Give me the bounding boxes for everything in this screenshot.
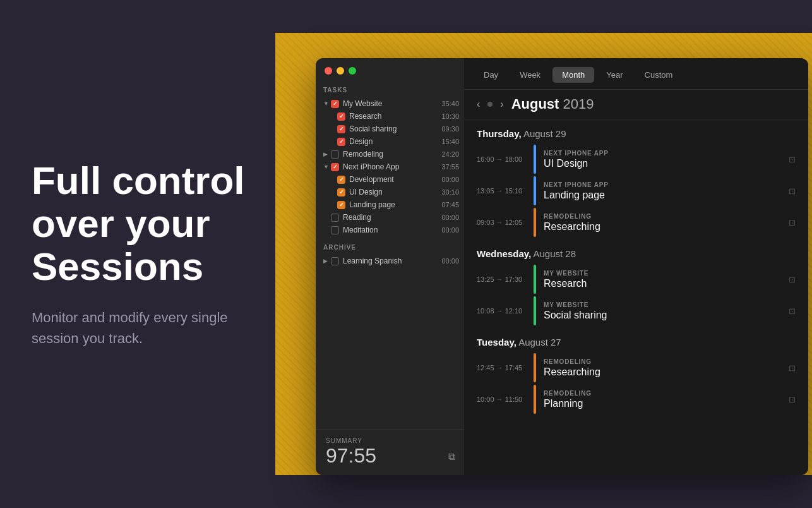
tab-year[interactable]: Year [597,67,632,83]
session-bar [534,208,536,237]
task-row-development[interactable]: Development 00:00 [316,173,464,186]
checkbox-landing-page[interactable] [337,201,345,209]
session-content: Next iPhone App UI Design [544,150,789,169]
edit-icon[interactable]: ⊡ [789,186,796,196]
task-row-next-iphone[interactable]: ▼ Next iPhone App 37:55 [316,160,464,173]
task-name-design: Design [349,137,439,146]
session-item[interactable]: 10:00 → 11:50 Remodeling Planning ⊡ [464,385,808,414]
checkbox-research[interactable] [337,112,345,121]
session-item[interactable]: 10:08 → 12:10 My Website Social sharing … [464,296,808,325]
session-project: Remodeling [544,390,789,397]
expand-icon-learning-spanish: ▶ [323,258,328,264]
summary-time: 97:55 [326,444,454,468]
checkbox-remodeling[interactable] [331,150,339,159]
headline: Full control over your Sessions [32,159,272,289]
task-row-social-sharing[interactable]: Social sharing 09:30 [316,123,464,135]
sidebar: Tasks ▼ My Website 35:40 Research 10:30 … [316,58,464,475]
task-name-development: Development [349,175,439,184]
task-name-meditation: Meditation [343,226,439,234]
checkbox-next-iphone[interactable] [331,163,339,171]
task-row-research[interactable]: Research 10:30 [316,110,464,123]
checkbox-meditation[interactable] [331,226,339,234]
section-tasks-label: Tasks [316,87,464,97]
checkbox-my-website[interactable] [331,100,339,108]
session-project: My Website [544,301,789,308]
day-label-bold-wednesday: Wednesday, [477,248,531,259]
session-content: Remodeling Researching [544,358,789,378]
nav-prev[interactable]: ‹ [477,99,480,110]
checkbox-social-sharing[interactable] [337,125,345,133]
task-name-learning-spanish: Learning Spanish [343,257,439,265]
task-time-development: 00:00 [441,176,459,183]
summary-label: Summary [326,437,454,444]
traffic-light-fullscreen[interactable] [349,67,356,75]
edit-icon[interactable]: ⊡ [789,275,796,284]
expand-icon-my-website: ▼ [323,100,328,107]
edit-icon[interactable]: ⊡ [789,363,796,373]
tab-week[interactable]: Week [510,67,550,83]
sessions-list: Thursday, August 29 16:00 → 18:00 Next i… [464,119,808,475]
task-row-my-website[interactable]: ▼ My Website 35:40 [316,97,464,110]
session-item[interactable]: 13:05 → 15:10 Next iPhone App Landing pa… [464,176,808,205]
task-name-remodeling: Remodeling [343,150,439,159]
edit-icon[interactable]: ⊡ [789,306,796,316]
tab-month[interactable]: Month [552,67,594,83]
session-time: 09:03 → 12:05 [477,218,534,227]
tab-day[interactable]: Day [474,67,508,83]
task-time-learning-spanish: 00:00 [441,257,459,265]
task-name-reading: Reading [343,213,439,222]
task-time-remodeling: 24:20 [441,150,459,158]
task-row-learning-spanish[interactable]: ▶ Learning Spanish 00:00 [316,255,464,267]
session-content: Next iPhone App Landing page [544,181,789,201]
session-item[interactable]: 09:03 → 12:05 Remodeling Researching ⊡ [464,208,808,237]
session-time: 13:25 → 17:30 [477,275,534,284]
task-row-remodeling[interactable]: ▶ Remodeling 24:20 [316,148,464,160]
section-archive-label: Archive [316,244,464,255]
session-title: Researching [544,221,789,233]
traffic-light-minimize[interactable] [337,67,344,75]
checkbox-ui-design[interactable] [337,188,345,197]
month-year-label: August 2019 [511,96,594,112]
traffic-lights [325,67,356,75]
session-item[interactable]: 13:25 → 17:30 My Website Research ⊡ [464,265,808,294]
session-bar [534,145,536,174]
nav-next[interactable]: › [500,99,503,110]
task-name-my-website: My Website [343,99,439,108]
task-time-research: 10:30 [441,112,459,120]
edit-icon[interactable]: ⊡ [789,218,796,227]
session-bar [534,296,536,325]
sidebar-summary: Summary 97:55 ⧉ [316,429,464,475]
mac-window: Tasks ▼ My Website 35:40 Research 10:30 … [316,58,808,475]
tab-custom[interactable]: Custom [635,67,683,83]
task-row-meditation[interactable]: Meditation 00:00 [316,224,464,236]
edit-icon[interactable]: ⊡ [789,395,796,404]
session-project: My Website [544,270,789,277]
task-time-social-sharing: 09:30 [441,125,459,133]
task-row-design[interactable]: Design 15:40 [316,135,464,148]
task-row-ui-design[interactable]: UI Design 30:10 [316,186,464,198]
task-row-reading[interactable]: Reading 00:00 [316,211,464,224]
edit-icon[interactable]: ⊡ [789,155,796,164]
session-project: Remodeling [544,213,789,220]
task-name-social-sharing: Social sharing [349,124,439,133]
checkbox-development[interactable] [337,176,345,184]
checkbox-reading[interactable] [331,214,339,222]
today-dot[interactable] [487,102,493,107]
session-item[interactable]: 16:00 → 18:00 Next iPhone App UI Design … [464,145,808,174]
session-title: Planning [544,398,789,409]
session-content: My Website Social sharing [544,301,789,321]
headline-line3: Sessions [32,245,203,288]
task-row-landing-page[interactable]: Landing page 07:45 [316,198,464,211]
traffic-light-close[interactable] [325,67,332,75]
subtext: Monitor and modify every single session … [32,307,272,349]
copy-icon[interactable]: ⧉ [448,451,455,463]
session-content: My Website Research [544,270,789,289]
task-time-design: 15:40 [441,138,459,145]
task-name-research: Research [349,112,439,121]
session-item[interactable]: 12:45 → 17:45 Remodeling Researching ⊡ [464,353,808,382]
checkbox-learning-spanish[interactable] [331,257,339,265]
task-name-next-iphone: Next iPhone App [343,162,439,171]
month-label: August [511,96,559,112]
session-project: Remodeling [544,358,789,365]
checkbox-design[interactable] [337,138,345,146]
